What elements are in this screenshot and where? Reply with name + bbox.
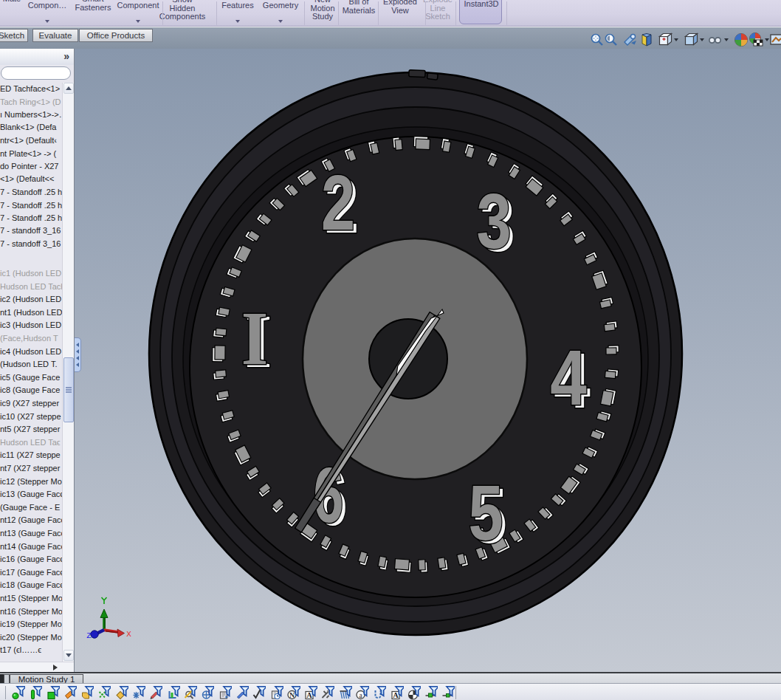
- svg-text:3: 3: [476, 177, 511, 264]
- svg-text:5: 5: [468, 469, 503, 556]
- svg-text:X: X: [126, 630, 131, 639]
- svg-text:4: 4: [550, 333, 587, 421]
- svg-text:A: A: [393, 691, 399, 699]
- svg-text:2: 2: [321, 159, 355, 246]
- svg-text:A: A: [306, 691, 312, 699]
- svg-text:Z: Z: [86, 631, 92, 640]
- svg-text:I: I: [241, 296, 268, 381]
- svg-text:N: N: [289, 691, 295, 699]
